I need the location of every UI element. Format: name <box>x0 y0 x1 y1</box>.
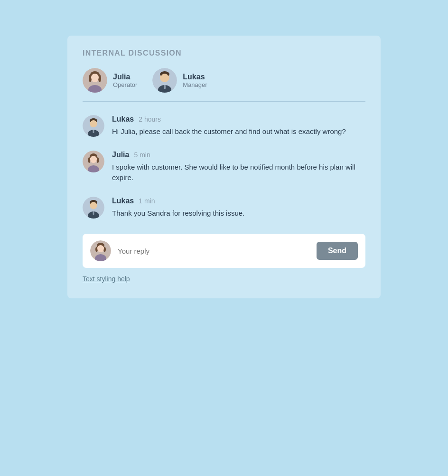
text-styling-help-link[interactable]: Text styling help <box>83 275 130 283</box>
message-1-author: Lukas <box>112 115 134 124</box>
svg-point-38 <box>97 245 104 252</box>
participant-lukas-name: Lukas <box>183 73 207 81</box>
message-2-header: Julia 5 min <box>112 151 365 159</box>
participant-lukas: Lukas Manager <box>152 68 207 93</box>
message-3-time: 1 min <box>139 197 155 205</box>
message-1-header: Lukas 2 hours <box>112 115 365 124</box>
svg-point-12 <box>161 74 168 81</box>
message-2-time: 5 min <box>134 151 150 159</box>
messages-area: Lukas 2 hours Hi Julia, please call back… <box>83 115 365 219</box>
participant-lukas-info: Lukas Manager <box>183 73 207 88</box>
message-1-text: Hi Julia, please call back the customer … <box>112 126 365 137</box>
participant-julia-name: Julia <box>113 73 137 81</box>
message-3-header: Lukas 1 min <box>112 197 365 205</box>
message-3: Lukas 1 min Thank you Sandra for resolvi… <box>83 197 365 219</box>
svg-point-25 <box>90 156 97 162</box>
svg-point-18 <box>90 120 97 127</box>
internal-discussion-panel: INTERNAL DISCUSSION Julia <box>67 36 381 298</box>
reply-box: Send <box>83 234 365 268</box>
message-1-avatar <box>83 115 104 137</box>
message-2-avatar <box>83 151 104 172</box>
participant-julia-info: Julia Operator <box>113 73 137 88</box>
message-1-time: 2 hours <box>139 115 161 123</box>
message-1-content: Lukas 2 hours Hi Julia, please call back… <box>112 115 365 137</box>
reply-avatar <box>90 240 111 261</box>
message-2-text: I spoke with customer. She would like to… <box>112 162 365 183</box>
svg-rect-17 <box>93 130 94 133</box>
message-3-avatar <box>83 197 104 219</box>
send-button[interactable]: Send <box>317 242 358 260</box>
participants-row: Julia Operator Lu <box>83 68 365 102</box>
message-2-content: Julia 5 min I spoke with customer. She w… <box>112 151 365 183</box>
avatar-lukas <box>152 68 177 93</box>
message-2: Julia 5 min I spoke with customer. She w… <box>83 151 365 183</box>
reply-input[interactable] <box>118 247 310 255</box>
svg-rect-11 <box>164 85 166 89</box>
message-2-author: Julia <box>112 151 129 159</box>
svg-point-6 <box>91 74 99 81</box>
avatar-julia <box>83 68 107 93</box>
message-1: Lukas 2 hours Hi Julia, please call back… <box>83 115 365 137</box>
participant-julia: Julia Operator <box>83 68 137 93</box>
svg-point-22 <box>88 157 91 163</box>
message-3-text: Thank you Sandra for resolving this issu… <box>112 208 365 219</box>
message-3-content: Lukas 1 min Thank you Sandra for resolvi… <box>112 197 365 219</box>
svg-point-31 <box>90 202 97 209</box>
svg-point-4 <box>98 75 101 82</box>
participant-lukas-role: Manager <box>183 81 207 88</box>
participant-julia-role: Operator <box>113 81 137 88</box>
svg-point-23 <box>97 157 99 163</box>
svg-rect-30 <box>93 211 94 215</box>
message-3-author: Lukas <box>112 197 134 205</box>
panel-title: INTERNAL DISCUSSION <box>83 49 365 57</box>
svg-point-3 <box>89 75 92 82</box>
